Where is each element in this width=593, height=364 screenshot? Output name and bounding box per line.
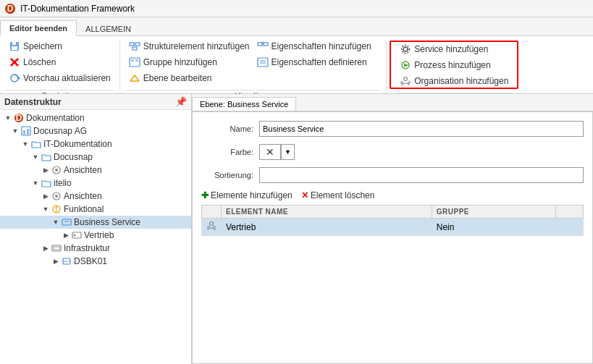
- expander-itelio: ▼: [30, 178, 41, 188]
- tree-label-ansichten2: Ansichten: [64, 191, 102, 201]
- title-bar: D IT-Dokumentation Framework: [0, 0, 593, 17]
- color-picker-group: ✕ ▼: [259, 144, 295, 160]
- title-bar-text: IT-Dokumentation Framework: [20, 4, 135, 14]
- sort-input[interactable]: [259, 167, 584, 183]
- svg-text:D: D: [7, 4, 14, 14]
- table-col-icon: [202, 206, 222, 219]
- folder-it-icon: [30, 138, 42, 150]
- delete-element-button[interactable]: ✕ Element löschen: [301, 190, 375, 200]
- form-row-color: Farbe: ✕ ▼: [201, 144, 584, 160]
- edit-level-button[interactable]: Ebene bearbeiten: [126, 71, 253, 85]
- preview-button[interactable]: Vorschau aktualisieren: [6, 71, 114, 85]
- tree-item-itelio[interactable]: ▼ itelio: [0, 177, 191, 190]
- svg-rect-31: [22, 127, 30, 135]
- svg-point-28: [408, 82, 411, 84]
- view1-icon: [51, 164, 62, 176]
- name-input[interactable]: [259, 121, 584, 137]
- tree-item-ansichten1[interactable]: ▶ Ansichten: [0, 164, 191, 177]
- add-elements-label: Elemente hinzufügen: [211, 190, 293, 200]
- expander-business-service: ▼: [51, 217, 61, 227]
- ribbon-group-content-elemente: Service hinzufügen Prozess hinzufügen Or…: [397, 42, 511, 91]
- svg-rect-16: [131, 59, 134, 62]
- content-body: Name: Farbe: ✕ ▼ Sortierung:: [192, 111, 593, 364]
- svg-point-26: [404, 77, 408, 81]
- svg-point-50: [214, 227, 216, 229]
- svg-rect-3: [12, 46, 17, 50]
- svg-marker-25: [404, 63, 408, 67]
- tree-item-ansichten2[interactable]: ▶ Ansichten: [0, 190, 191, 203]
- table-cell-gruppe: Nein: [432, 219, 555, 236]
- chevron-down-icon: ▼: [285, 148, 291, 156]
- tree-label-docusnap-ag: Docusnap AG: [33, 126, 87, 136]
- add-props-label: Eigenschaften hinzufügen: [272, 41, 371, 51]
- ribbon: Speichern Löschen Vorschau aktualisieren…: [0, 36, 593, 94]
- svg-rect-13: [264, 43, 268, 46]
- elements-table-body: Vertrieb Nein: [202, 219, 584, 236]
- ribbon-group-content-bearbeiten: Speichern Löschen Vorschau aktualisieren: [6, 39, 114, 88]
- name-label: Name:: [201, 124, 259, 133]
- tree-item-dokumentation[interactable]: ▼ D Dokumentation: [0, 111, 191, 124]
- ribbon-group-hinzufuegen: Strukturelement hinzufügen Eigenschaften…: [120, 39, 387, 90]
- company-icon: [20, 125, 32, 137]
- expander-docusnap: ▼: [30, 152, 41, 162]
- tree-label-it-doku: IT-Dokumentation: [43, 139, 112, 149]
- tree-item-business-service[interactable]: ▼ Business Service: [0, 216, 191, 229]
- color-label: Farbe:: [201, 148, 259, 156]
- sort-label: Sortierung:: [201, 171, 259, 179]
- add-elements-button[interactable]: ✚ Elemente hinzufügen: [201, 190, 293, 200]
- group-icon: [129, 56, 140, 68]
- add-process-button[interactable]: Prozess hinzufügen: [397, 58, 511, 72]
- ribbon-group-bearbeiten: Speichern Löschen Vorschau aktualisieren…: [0, 39, 120, 90]
- tree-item-dsbk01[interactable]: ▶ DSBK01: [0, 255, 191, 268]
- add-service-button[interactable]: Service hinzufügen: [397, 42, 511, 56]
- tree-item-it-doku[interactable]: ▼ IT-Dokumentation: [0, 137, 191, 151]
- pin-icon[interactable]: 📌: [175, 96, 187, 107]
- content-tab-business-service[interactable]: Ebene: Business Service: [192, 97, 296, 111]
- svg-rect-15: [130, 58, 140, 67]
- table-col-name: ELEMENT NAME: [222, 206, 432, 219]
- svg-rect-45: [54, 247, 59, 250]
- add-group-button[interactable]: Gruppe hinzufügen: [126, 55, 253, 69]
- svg-rect-40: [62, 219, 71, 225]
- view2-icon: [51, 190, 62, 202]
- save-button[interactable]: Speichern: [6, 39, 114, 54]
- table-col-actions: [555, 206, 583, 219]
- add-struct-label: Strukturelement hinzufügen: [143, 41, 250, 51]
- expander-funktional: ▼: [41, 204, 51, 214]
- tree-item-vertrieb[interactable]: ▶ Vertrieb: [0, 229, 191, 242]
- delete-element-label: Element löschen: [311, 190, 375, 200]
- add-org-button[interactable]: Organisation hinzufügen: [397, 74, 511, 88]
- tree-label-itelio: itelio: [54, 178, 72, 188]
- svg-rect-12: [258, 43, 262, 46]
- sidebar-tree[interactable]: ▼ D Dokumentation ▼ Docusnap AG ▼: [0, 110, 191, 364]
- color-x-icon: ✕: [266, 146, 274, 158]
- svg-point-22: [403, 47, 408, 51]
- tree-item-docusnap-ag[interactable]: ▼ Docusnap AG: [0, 124, 191, 137]
- define-props-button[interactable]: Eigenschaften definieren: [254, 55, 381, 69]
- delete-button[interactable]: Löschen: [6, 55, 114, 69]
- tree-label-dsbk01: DSBK01: [74, 256, 107, 266]
- add-org-label: Organisation hinzufügen: [414, 76, 508, 86]
- save-label: Speichern: [23, 41, 62, 51]
- define-props-label: Eigenschaften definieren: [272, 57, 367, 67]
- table-row[interactable]: Vertrieb Nein: [202, 219, 584, 236]
- tab-editor-beenden[interactable]: Editor beenden: [0, 20, 77, 36]
- svg-point-35: [55, 169, 58, 172]
- server-icon: [61, 255, 72, 267]
- app-tree-icon: D: [13, 112, 25, 124]
- color-dropdown[interactable]: ▼: [281, 144, 295, 160]
- expander-dokumentation: ▼: [3, 113, 13, 123]
- svg-rect-33: [27, 129, 29, 135]
- tree-item-infrastruktur[interactable]: ▶ Infrastruktur: [0, 242, 191, 255]
- add-props-button[interactable]: Eigenschaften hinzufügen: [254, 39, 381, 54]
- tree-label-business-service: Business Service: [74, 217, 140, 227]
- tab-allgemein[interactable]: ALLGEMEIN: [77, 22, 140, 36]
- tree-item-funktional[interactable]: ▼ f Funktional: [0, 203, 191, 216]
- color-swatch-box[interactable]: ✕: [259, 144, 281, 160]
- svg-rect-32: [23, 130, 25, 135]
- svg-rect-11: [133, 47, 137, 50]
- svg-point-48: [210, 222, 214, 226]
- expander-dsbk01: ▶: [51, 256, 61, 266]
- add-struct-button[interactable]: Strukturelement hinzufügen: [126, 39, 253, 54]
- tree-item-docusnap[interactable]: ▼ Docusnap: [0, 151, 191, 164]
